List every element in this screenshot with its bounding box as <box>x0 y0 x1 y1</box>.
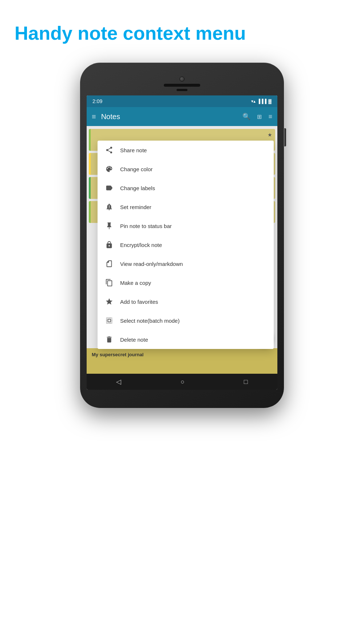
menu-item-encrypt-lock[interactable]: Encrypt/lock note <box>98 235 274 254</box>
menu-item-make-copy[interactable]: Make a copy <box>98 273 274 292</box>
home-button[interactable]: ○ <box>181 378 185 386</box>
toolbar-title: Notes <box>101 113 239 121</box>
app-toolbar: ≡ Notes 🔍 ⊞ ≡ <box>87 107 277 126</box>
star-icon: ★ <box>268 132 272 138</box>
encrypt-lock-label: Encrypt/lock note <box>120 242 162 248</box>
phone-screen: 2:09 ▾▴ ▐▐▐ ▓ ≡ Notes 🔍 ⊞ ≡ <box>87 95 277 390</box>
add-favorites-label: Add to favorites <box>120 299 158 305</box>
delete-icon <box>105 335 114 344</box>
book-icon <box>105 259 114 268</box>
camera <box>179 76 185 82</box>
change-color-label: Change color <box>120 166 153 172</box>
select-batch-label: Select note(batch mode) <box>120 318 179 324</box>
bottom-note-card: My supersecret journal <box>87 348 277 374</box>
phone-bottom-bezel <box>87 390 277 397</box>
phone-shell: 2:09 ▾▴ ▐▐▐ ▓ ≡ Notes 🔍 ⊞ ≡ <box>80 63 284 408</box>
view-readonly-label: View read-only/markdown <box>120 261 183 267</box>
share-note-label: Share note <box>120 147 147 153</box>
menu-item-delete-note[interactable]: Delete note <box>98 330 274 349</box>
menu-item-share-note[interactable]: Share note <box>98 141 274 160</box>
menu-item-view-readonly[interactable]: View read-only/markdown <box>98 254 274 273</box>
back-button[interactable]: ◁ <box>116 378 121 386</box>
page-title: Handy note context menu <box>15 22 349 44</box>
delete-note-label: Delete note <box>120 337 148 343</box>
context-menu: Share note Change color Ch <box>98 141 274 349</box>
menu-item-set-reminder[interactable]: Set reminder <box>98 197 274 216</box>
battery-icon: ▓ <box>268 99 272 104</box>
signal-icon: ▐▐▐ <box>257 99 267 104</box>
star-icon <box>105 297 114 306</box>
menu-item-change-color[interactable]: Change color <box>98 160 274 178</box>
pin-icon <box>105 221 114 230</box>
status-bar: 2:09 ▾▴ ▐▐▐ ▓ <box>87 95 277 107</box>
change-labels-label: Change labels <box>120 185 155 191</box>
toolbar-right-icons: 🔍 ⊞ ≡ <box>242 113 272 121</box>
bottom-note-title: My supersecret journal <box>92 352 272 357</box>
palette-icon <box>105 165 114 173</box>
volume-button <box>284 128 286 146</box>
menu-item-pin-note[interactable]: Pin note to status bar <box>98 216 274 235</box>
alarm-add-icon <box>105 203 114 211</box>
pin-note-label: Pin note to status bar <box>120 223 172 229</box>
set-reminder-label: Set reminder <box>120 204 151 210</box>
toolbar-hamburger-icon[interactable]: ≡ <box>92 113 96 121</box>
search-icon[interactable]: 🔍 <box>242 113 250 121</box>
copy-icon <box>105 278 114 287</box>
sensor <box>177 89 187 91</box>
status-time: 2:09 <box>92 98 102 104</box>
recents-button[interactable]: □ <box>244 378 248 386</box>
phone-top-bezel <box>87 74 277 95</box>
menu-item-change-labels[interactable]: Change labels <box>98 178 274 197</box>
select-all-icon <box>105 316 114 325</box>
grid-view-icon[interactable]: ⊞ <box>257 113 262 120</box>
list-view-icon[interactable]: ≡ <box>268 113 272 121</box>
menu-item-select-batch[interactable]: Select note(batch mode) <box>98 311 274 330</box>
make-copy-label: Make a copy <box>120 280 151 286</box>
wifi-icon: ▾▴ <box>251 99 256 104</box>
lock-icon <box>105 240 114 249</box>
speaker <box>164 84 200 87</box>
page-header: Handy note context menu <box>0 0 364 55</box>
share-icon <box>105 146 114 154</box>
menu-item-add-favorites[interactable]: Add to favorites <box>98 292 274 311</box>
notes-background: ★ Share note <box>87 126 277 374</box>
status-icons: ▾▴ ▐▐▐ ▓ <box>251 99 272 104</box>
phone-mockup: 2:09 ▾▴ ▐▐▐ ▓ ≡ Notes 🔍 ⊞ ≡ <box>80 63 284 408</box>
label-icon <box>105 184 114 192</box>
phone-bottom-nav: ◁ ○ □ <box>87 374 277 390</box>
